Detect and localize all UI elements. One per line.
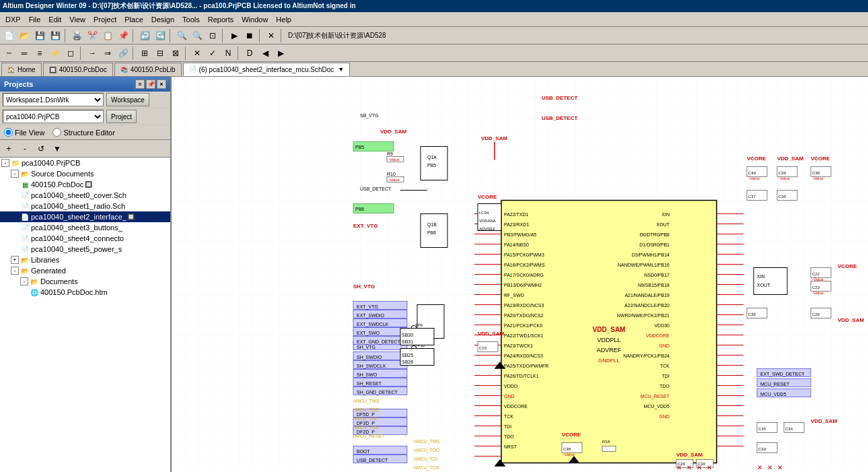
menu-project[interactable]: Project bbox=[89, 14, 120, 25]
tb-stop[interactable]: ⏹ bbox=[242, 28, 257, 43]
tb2-net[interactable]: ≡ bbox=[32, 46, 47, 61]
structure-editor-input[interactable] bbox=[52, 128, 61, 137]
tb2-link[interactable]: 🔗 bbox=[116, 46, 131, 61]
menu-window[interactable]: Window bbox=[238, 14, 272, 25]
tb2-fwd[interactable]: ▶ bbox=[273, 46, 288, 61]
tb-print[interactable]: 🖨️ bbox=[69, 28, 84, 43]
tree-sheet5[interactable]: 📄 pca10040_sheet5_power_s bbox=[0, 244, 170, 255]
project-select[interactable]: pca10040.PrjPCB bbox=[3, 110, 104, 123]
svg-text:VDDO: VDDO bbox=[504, 384, 518, 389]
tree-root[interactable]: - 📁 pca10040.PrjPCB bbox=[0, 158, 170, 168]
tab-dropdown-icon[interactable]: ▼ bbox=[338, 66, 344, 73]
tb-fit[interactable]: ⊡ bbox=[205, 28, 220, 43]
file-view-label: File View bbox=[15, 129, 44, 137]
svg-text:TCK: TCK bbox=[660, 364, 670, 368]
tb2-bus[interactable]: ═ bbox=[17, 46, 32, 61]
tree-sheet4[interactable]: 📄 pca10040_sheet4_connecto bbox=[0, 233, 170, 244]
tree-sheet1[interactable]: 📄 pca10040_sheet1_radio.Sch bbox=[0, 201, 170, 211]
tb2-arrow[interactable]: → bbox=[85, 46, 100, 61]
menu-tools[interactable]: Tools bbox=[178, 14, 204, 25]
svg-text:PA14/NBS0: PA14/NBS0 bbox=[504, 242, 529, 247]
tb-paste[interactable]: 📌 bbox=[116, 28, 131, 43]
lib-expand-icon[interactable]: + bbox=[11, 256, 19, 264]
file-view-radio[interactable]: File View bbox=[4, 128, 44, 137]
menu-help[interactable]: Help bbox=[272, 14, 295, 25]
tb2-component[interactable]: ◻ bbox=[63, 46, 78, 61]
root-expand-icon[interactable]: - bbox=[1, 159, 9, 167]
panel-header-buttons: ≡ 📌 × bbox=[135, 79, 166, 89]
tb-cross[interactable]: ✕ bbox=[264, 28, 279, 43]
panel-close-btn[interactable]: × bbox=[157, 79, 166, 89]
tree-refresh[interactable]: ↺ bbox=[34, 141, 48, 156]
panel-pin-btn[interactable]: 📌 bbox=[146, 79, 155, 89]
tree-source-docs[interactable]: - 📂 Source Documents bbox=[0, 168, 170, 179]
tree-expand-all[interactable]: + bbox=[1, 141, 16, 156]
tb2-cross1[interactable]: ✕ bbox=[190, 46, 205, 61]
src-icon: 📂 bbox=[20, 169, 30, 178]
pcbdoc-icon: 🔲 bbox=[49, 67, 57, 73]
workspace-select[interactable]: Workspace1.DsnWrk bbox=[3, 93, 104, 106]
tree-filter[interactable]: ▼ bbox=[50, 141, 65, 156]
tb-cut[interactable]: ✂️ bbox=[85, 28, 100, 43]
src-expand-icon[interactable]: - bbox=[11, 170, 19, 178]
gen-expand-icon[interactable]: - bbox=[11, 267, 19, 275]
svg-rect-158 bbox=[754, 268, 787, 295]
menu-dxp[interactable]: DXP bbox=[1, 14, 25, 25]
tb-redo[interactable]: ↪️ bbox=[153, 28, 168, 43]
tb-new[interactable]: 📄 bbox=[1, 28, 16, 43]
tb2-route[interactable]: ⊟ bbox=[153, 46, 168, 61]
tab-schdoc[interactable]: 📄 (6) pca10040_sheet2_interface_mcu.SchD… bbox=[183, 63, 351, 76]
svg-text:nMCU_TMS: nMCU_TMS bbox=[414, 439, 440, 444]
tree-sheet0[interactable]: 📄 pca10040_sheet0_cover.Sch bbox=[0, 190, 170, 201]
tab-home[interactable]: 🏠 Home bbox=[1, 63, 42, 76]
menu-view[interactable]: View bbox=[65, 14, 89, 25]
svg-text:✕: ✕ bbox=[777, 464, 783, 471]
tb2-net2[interactable]: N bbox=[221, 46, 236, 61]
sep2 bbox=[133, 29, 135, 42]
structure-editor-radio[interactable]: Structure Editor bbox=[52, 128, 114, 137]
tb-save-all[interactable]: 💾 bbox=[48, 28, 63, 43]
tb-run[interactable]: ▶ bbox=[227, 28, 242, 43]
tb-zoom-out[interactable]: 🔍 bbox=[190, 28, 205, 43]
tb-copy[interactable]: 📋 bbox=[100, 28, 115, 43]
svg-text:SH_GND_DETECT: SH_GND_DETECT bbox=[357, 390, 398, 395]
schematic-area[interactable]: VDD_SAM VDDPLL ADVREF GNDPLL bbox=[172, 77, 868, 472]
tb2-wire[interactable]: ╌ bbox=[1, 46, 16, 61]
workspace-button[interactable]: Workspace bbox=[106, 93, 149, 106]
tree-pcbdoc[interactable]: ▦ 400150.PcbDoc 🔲 bbox=[0, 179, 170, 190]
tab-pcblib[interactable]: 📚 400150.PcbLib bbox=[114, 63, 182, 76]
docs-expand-icon[interactable]: - bbox=[20, 277, 28, 285]
tree-documents[interactable]: - 📂 Documents bbox=[0, 276, 170, 287]
tb2-auto[interactable]: ⊠ bbox=[168, 46, 183, 61]
panel-menu-btn[interactable]: ≡ bbox=[135, 79, 145, 89]
tb-zoom-in[interactable]: 🔍 bbox=[174, 28, 189, 43]
tb2-align[interactable]: ⊞ bbox=[137, 46, 152, 61]
menu-design[interactable]: Design bbox=[147, 14, 178, 25]
tb2-check[interactable]: ✓ bbox=[205, 46, 220, 61]
svg-text:✕: ✕ bbox=[686, 464, 692, 471]
tree-sheet2[interactable]: 📄 pca10040_sheet2_interface_ 🔲 bbox=[0, 211, 170, 222]
tree-generated[interactable]: - 📂 Generated bbox=[0, 265, 170, 276]
tb2-more[interactable]: ⇒ bbox=[100, 46, 115, 61]
svg-text:-Value: -Value bbox=[779, 176, 791, 180]
tb2-drc[interactable]: D bbox=[242, 46, 257, 61]
file-view-input[interactable] bbox=[4, 128, 13, 137]
menu-edit[interactable]: Edit bbox=[44, 14, 65, 25]
project-button[interactable]: Project bbox=[106, 110, 137, 123]
tab-pcbdoc[interactable]: 🔲 400150.PcbDoc bbox=[43, 63, 113, 76]
svg-text:MCU_RESET: MCU_RESET bbox=[760, 382, 790, 387]
svg-text:N9/SB15/PB18: N9/SB15/PB18 bbox=[638, 283, 670, 288]
tree-htm[interactable]: 🌐 400150.PcbDoc.htm bbox=[0, 287, 170, 298]
tree-libraries[interactable]: + 📂 Libraries bbox=[0, 255, 170, 265]
tb-undo[interactable]: ↩️ bbox=[137, 28, 152, 43]
tb2-back[interactable]: ◀ bbox=[258, 46, 273, 61]
tb-save[interactable]: 💾 bbox=[32, 28, 47, 43]
tree-collapse-all[interactable]: - bbox=[17, 141, 32, 156]
menu-file[interactable]: File bbox=[25, 14, 45, 25]
tree-sheet3[interactable]: 📄 pca10040_sheet3_buttons_ bbox=[0, 222, 170, 233]
toolbar-1: 📄 📂 💾 💾 🖨️ ✂️ 📋 📌 ↩️ ↪️ 🔍 🔍 ⊡ ▶ ⏹ ✕ D:\[… bbox=[0, 27, 868, 44]
menu-place[interactable]: Place bbox=[120, 14, 147, 25]
menu-reports[interactable]: Reports bbox=[204, 14, 238, 25]
tb-open[interactable]: 📂 bbox=[17, 28, 32, 43]
tb2-power[interactable]: ⚡ bbox=[48, 46, 63, 61]
